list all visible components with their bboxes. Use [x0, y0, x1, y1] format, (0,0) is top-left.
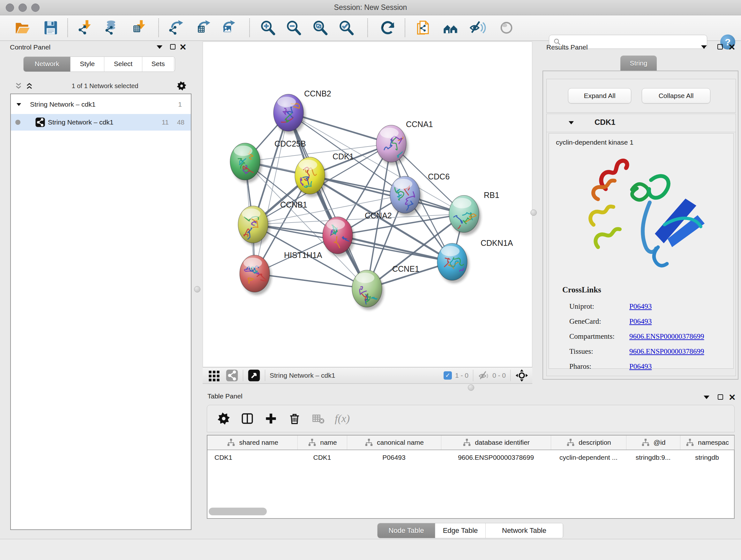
- zoom-selected-icon[interactable]: [338, 19, 354, 36]
- column-header[interactable]: database identifier: [441, 435, 551, 450]
- control-panel-close-icon[interactable]: ✕: [179, 44, 187, 51]
- network-canvas[interactable]: CCNB2CCNA1CDC25BCDK1CDC6RB1CCNB1CCNA2CDK…: [203, 42, 532, 367]
- network-selected-count: 1 of 1 Network selected: [34, 82, 176, 90]
- crosshair-icon[interactable]: [515, 369, 529, 382]
- control-panel-float-icon[interactable]: [170, 44, 176, 50]
- table-panel-close-icon[interactable]: ✕: [729, 394, 736, 401]
- table-cell[interactable]: P06493: [347, 450, 441, 465]
- open-folder-icon[interactable]: [14, 19, 30, 36]
- table-panel-float-icon[interactable]: [718, 394, 723, 400]
- node-CCNB2[interactable]: [273, 94, 304, 131]
- column-type-icon: [226, 438, 236, 447]
- string-network-graph[interactable]: CCNB2CCNA1CDC25BCDK1CDC6RB1CCNB1CCNA2CDK…: [203, 42, 532, 367]
- table-cell[interactable]: CDK1: [297, 450, 347, 465]
- network-row-selected[interactable]: String Network – cdk1 11 48: [11, 114, 191, 131]
- horizontal-splitter-handle[interactable]: [468, 384, 474, 391]
- node-CDKN1A[interactable]: [437, 243, 468, 280]
- crosslink-value-link[interactable]: 9606.ENSP00000378699: [629, 348, 704, 356]
- node-HIST1H1A[interactable]: [240, 255, 270, 292]
- node-label-HIST1H1A: HIST1H1A: [284, 251, 322, 260]
- zoom-fit-icon[interactable]: [312, 19, 328, 36]
- collapse-all-icon[interactable]: [14, 81, 23, 90]
- node-CDK1[interactable]: [295, 157, 325, 194]
- collapse-all-button[interactable]: Collapse All: [642, 88, 711, 104]
- node-table[interactable]: shared namenamecanonical namedatabase id…: [207, 435, 735, 519]
- eye-slash-waves-icon[interactable]: [470, 19, 486, 36]
- selected-checkbox-icon[interactable]: ✓: [444, 371, 452, 380]
- tab-style[interactable]: Style: [71, 57, 105, 71]
- export-table-icon[interactable]: [195, 19, 212, 36]
- table-cell[interactable]: CDK1: [207, 450, 297, 465]
- column-header[interactable]: name: [297, 435, 347, 450]
- column-type-icon: [685, 438, 695, 447]
- table-cell[interactable]: 9606.ENSP00000378699: [441, 450, 551, 465]
- import-table-icon[interactable]: [130, 19, 146, 36]
- tree-expander-icon[interactable]: [17, 103, 21, 106]
- zoom-in-icon[interactable]: [259, 19, 276, 36]
- houses-icon[interactable]: [442, 19, 459, 36]
- birdseye-view-icon[interactable]: [248, 369, 260, 382]
- columns-icon[interactable]: [240, 412, 254, 426]
- tab-select[interactable]: Select: [105, 57, 142, 71]
- crosslink-value-link[interactable]: P06493: [629, 302, 652, 311]
- delete-column-icon[interactable]: [287, 412, 301, 426]
- zoom-out-icon[interactable]: [285, 19, 302, 36]
- tab-string[interactable]: String: [620, 56, 657, 71]
- right-splitter-handle[interactable]: [530, 209, 537, 216]
- tab-edge-table[interactable]: Edge Table: [435, 523, 486, 538]
- table-panel-collapse-icon[interactable]: [704, 395, 710, 399]
- gear-icon[interactable]: [176, 80, 187, 91]
- column-header[interactable]: shared name: [207, 435, 297, 450]
- table-cell[interactable]: stringdb: [680, 450, 734, 465]
- table-tabs: Node TableEdge TableNetwork Table: [377, 523, 563, 538]
- node-label-CCNB2: CCNB2: [304, 89, 331, 98]
- node-CDC6[interactable]: [390, 176, 420, 213]
- sphere-eye-icon[interactable]: [498, 19, 515, 36]
- grid-icon[interactable]: [208, 369, 220, 382]
- node-CCNB1[interactable]: [238, 206, 268, 243]
- expand-all-button[interactable]: Expand All: [568, 88, 631, 104]
- network-view-toolbar: String Network – cdk1 ✓ 1 - 0 0 - 0: [203, 367, 532, 384]
- column-header[interactable]: @id: [626, 435, 680, 450]
- refresh-layout-icon[interactable]: [380, 19, 396, 36]
- crosslink-value-link[interactable]: P06493: [629, 317, 652, 326]
- control-panel-collapse-icon[interactable]: [157, 45, 162, 49]
- export-network-icon[interactable]: [168, 19, 185, 36]
- import-network-icon[interactable]: [77, 19, 93, 36]
- results-panel-close-icon[interactable]: ✕: [728, 44, 736, 51]
- node-CCNE1[interactable]: [352, 270, 382, 307]
- network-collection-label: String Network – cdk1: [30, 101, 178, 108]
- save-floppy-icon[interactable]: [43, 19, 59, 36]
- tab-sets[interactable]: Sets: [142, 57, 174, 71]
- gene-section-header[interactable]: CDK1: [547, 114, 736, 132]
- crosslink-value-link[interactable]: P06493: [629, 362, 652, 371]
- column-header[interactable]: canonical name: [347, 435, 441, 450]
- expand-all-icon[interactable]: [25, 81, 34, 90]
- left-splitter-handle[interactable]: [194, 286, 200, 293]
- import-database-icon[interactable]: [103, 19, 119, 36]
- table-cell[interactable]: cyclin-dependent ...: [551, 450, 626, 465]
- network-collection-row[interactable]: String Network – cdk1 1: [11, 96, 191, 113]
- node-CCNA2[interactable]: [323, 217, 353, 254]
- toolbar-separator: [158, 18, 159, 37]
- crosslink-value-link[interactable]: 9606.ENSP00000378699: [629, 332, 704, 341]
- table-row[interactable]: CDK1CDK1P064939606.ENSP00000378699cyclin…: [207, 450, 734, 465]
- tab-node-table[interactable]: Node Table: [378, 523, 435, 538]
- export-image-icon[interactable]: [220, 19, 237, 36]
- node-CDC25B[interactable]: [230, 143, 260, 180]
- tab-network-table[interactable]: Network Table: [486, 523, 563, 538]
- tab-network[interactable]: Network: [23, 57, 71, 71]
- table-cell[interactable]: stringdb:9...: [626, 450, 680, 465]
- network-document-icon[interactable]: [415, 19, 432, 36]
- table-gear-icon[interactable]: [217, 412, 231, 426]
- section-expander-icon[interactable]: [569, 121, 574, 125]
- results-panel-float-icon[interactable]: [718, 44, 723, 50]
- column-type-icon: [364, 438, 374, 447]
- results-panel-collapse-icon[interactable]: [701, 45, 707, 49]
- column-header[interactable]: namespac: [680, 435, 734, 450]
- share-badge-icon[interactable]: [226, 369, 239, 382]
- node-label-CDC25B: CDC25B: [274, 139, 306, 148]
- add-column-icon[interactable]: [264, 412, 278, 426]
- column-header[interactable]: description: [551, 435, 626, 450]
- table-hscrollbar[interactable]: [209, 508, 267, 515]
